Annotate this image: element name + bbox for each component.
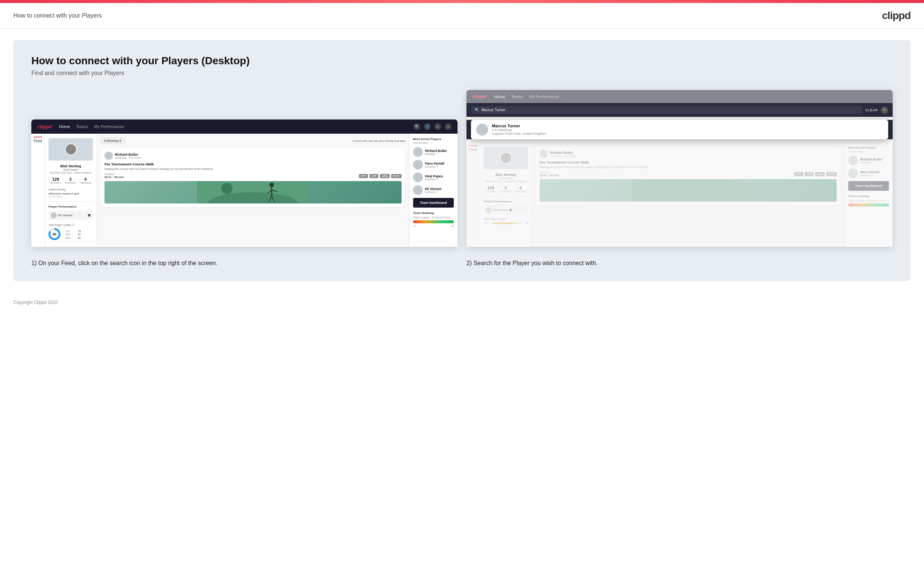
most-active-title: Most Active Players [413,137,454,141]
stat-following: 4 Following [80,177,91,184]
player-item-1: Richard Butler Activities: 7 [413,147,454,157]
shot-tags: OTT APP ARG PUTT [359,174,401,178]
player-avatar-4 [413,185,423,195]
card-description: Walking the course with my coach to buil… [105,167,401,170]
app-body: Feed Blair McHarg Golf Coach Mill Ride G… [31,134,458,247]
main-content: How to connect with your Players (Deskto… [0,29,924,292]
player-info-3: Hiral Pujara Activities: 3 [425,174,443,181]
feed-tab-2: Feed [466,142,480,247]
ott-bar-row: OTT 79 [66,230,81,233]
avatar-2 [500,152,512,164]
mockup-1: clippd Home Teams My Performance 🔍 👤 ⚙ ● [31,120,458,247]
player-item-2: Piers Parnell Activities: 4 [413,160,454,169]
profile-role-2: Golf Coach [484,177,528,180]
tag-app: APP [369,174,379,178]
app-nav: clippd Home Teams My Performance 🔍 👤 ⚙ ● [31,120,458,134]
close-button[interactable]: × [881,106,888,114]
search-icon-2: 🔍 [475,108,479,112]
nav-home-2: Home [494,94,505,99]
player-name: Eli Vincent [58,214,86,217]
instruction-text-1: 1) On your Feed, click on the search ico… [31,259,458,268]
player-item-3: Hiral Pujara Activities: 3 [413,172,454,182]
tag-ott: OTT [359,174,368,178]
stats-row: 129 Activities 3 Followers 4 Following [49,177,93,184]
avatar-icon[interactable]: ● [445,123,451,130]
result-name: Marcus Turner [492,123,546,128]
activity-date: 27 Jul 2022 [49,195,93,198]
result-info: Marcus Turner 1-5 Handicap Cypress Point… [492,123,546,136]
nav-home[interactable]: Home [59,124,70,129]
stat-activities: 129 Activities [50,177,61,184]
instruction-text-2: 2) Search for the Player you wish to con… [466,259,893,268]
activity-card-2: Richard Butler Yesterday · The Grove Pre… [536,146,840,205]
player-name-2: Piers Parnell [425,162,445,166]
stat-followers: 3 Followers [65,177,76,184]
arg-bar-row: ARG 61 [66,237,81,239]
right-panel-2: Most Active Players Last 30 days Richard… [844,142,893,247]
search-input-area[interactable]: 🔍 Marcus Turner [471,106,863,114]
activity-card: Richard Butler Yesterday · The Grove Pre… [101,148,405,207]
activity-user-row: Richard Butler Yesterday · The Grove [105,152,401,160]
feed-label: Feed [34,139,42,143]
chevron-down-icon: ▾ [120,139,121,143]
activities-label: Activities [50,182,61,184]
arg-value: 61 [75,237,81,239]
top-gradient-bar [0,0,924,3]
clear-button[interactable]: CLEAR [866,108,878,112]
instruction-1: 1) On your Feed, click on the search ico… [31,259,458,268]
followers-count: 3 [65,177,76,182]
profile-icon[interactable]: 👤 [424,123,430,130]
player-item-4: Eli Vincent Activities: 1 [413,185,454,195]
mockup-2: clippd Home Teams My Performance 🔍 Marcu… [466,90,893,247]
heatmap-min: -5 [413,225,415,227]
card-meta-row: Duration 02 hr : 00 min OTT APP ARG PUTT [105,173,401,179]
tag-arg: ARG [380,174,390,178]
player-name-4: Eli Vincent [425,187,441,191]
nav-icons: 🔍 👤 ⚙ ● [413,123,451,130]
team-dashboard-button[interactable]: Team Dashboard [413,198,454,208]
dropdown-icon: ▾ [88,212,91,219]
search-text: Marcus Turner [481,108,505,112]
card-title: Pre Tournament Course Walk [105,162,401,166]
profile-name: Blair McHarg [49,164,93,168]
player-activities-1: Activities: 7 [425,153,447,155]
header: How to connect with your Players clippd [0,3,924,29]
player-selector[interactable]: Eli Vincent ▾ [49,211,93,220]
heatmap-max: +5 [451,225,454,227]
player-avatar-3 [413,172,423,182]
hero-subtitle: Find and connect with your Players [31,70,893,76]
player-activities-3: Activities: 3 [425,178,443,181]
ott-value: 79 [75,230,81,233]
player-avatar-2 [413,160,423,169]
search-result-dropdown[interactable]: Marcus Turner 1-5 Handicap Cypress Point… [471,120,888,139]
search-icon[interactable]: 🔍 [413,123,420,130]
heatmap-period: Player Quality · 20 Round Trend [413,216,454,219]
svg-rect-9 [632,179,744,201]
profile-club-2: Mill Ride Golf Club, United Kingdom [484,180,528,183]
left-panel-2: Blair McHarg Golf Coach Mill Ride Golf C… [480,142,532,247]
nav-teams-2: Teams [511,94,523,99]
svg-point-2 [221,183,233,194]
player-name-1: Richard Butler [425,149,447,153]
left-panel: Blair McHarg Golf Coach Mill Ride Golf C… [45,134,97,247]
result-club: Cypress Point Club, United Kingdom [492,132,546,136]
player-info-1: Richard Butler Activities: 7 [425,149,447,155]
quality-bars: OTT 79 APP [66,230,81,240]
nav-performance[interactable]: My Performance [94,124,124,129]
hero-section: How to connect with your Players (Deskto… [13,40,911,247]
control-link[interactable]: Control who can see your activity and da… [353,139,405,143]
profile-club: Mill Ride Golf Club, United Kingdom [49,171,93,174]
page-title: How to connect with your Players [13,12,102,19]
screenshots-row: clippd Home Teams My Performance 🔍 👤 ⚙ ● [31,90,893,247]
player-info-2: Piers Parnell Activities: 4 [425,162,445,168]
middle-panel-2: Richard Butler Yesterday · The Grove Pre… [532,142,844,247]
following-button[interactable]: Following ▾ [101,137,125,144]
nav-teams[interactable]: Teams [76,124,88,129]
settings-icon[interactable]: ⚙ [434,123,441,130]
user-meta: Yesterday · The Grove [115,156,401,159]
hero-title: How to connect with your Players (Deskto… [31,55,893,67]
player-performance-section: Player Performance Eli Vincent ▾ Total P… [49,201,93,240]
feed-tab[interactable]: Feed [31,134,45,247]
right-panel: Most Active Players Last 30 days Richard… [409,134,458,247]
quality-circle: 84 [49,228,60,240]
